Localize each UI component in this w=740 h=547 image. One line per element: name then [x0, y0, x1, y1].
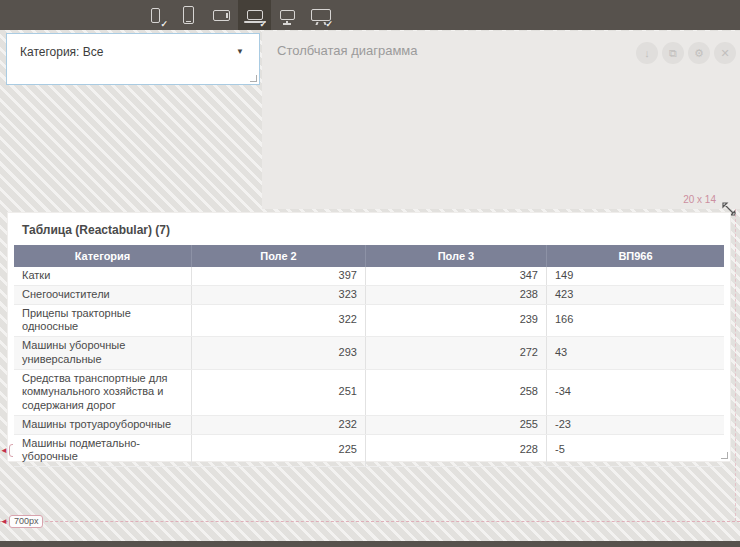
column-header[interactable]: Поле 2	[192, 245, 366, 267]
clipped-ruler-badge: ◄	[0, 444, 13, 457]
value-cell: 397	[192, 267, 366, 285]
vertical-guide-line	[735, 209, 736, 521]
check-icon: ✓	[325, 20, 333, 29]
value-cell: -34	[546, 369, 724, 415]
monitor-icon	[280, 10, 295, 20]
chart-title: Столбчатая диаграмма	[277, 43, 418, 58]
device-tablet-button[interactable]	[205, 0, 238, 30]
value-cell: 238	[365, 285, 546, 304]
value-cell: 293	[192, 337, 366, 370]
data-table: КатегорияПоле 2Поле 3ВП966 Катки39734714…	[14, 245, 724, 467]
copy-button[interactable]: ⧉	[662, 42, 684, 64]
download-button[interactable]: ↓	[636, 42, 658, 64]
value-cell: 251	[192, 369, 366, 415]
category-filter-value: Категория: Все	[20, 45, 103, 59]
table-title: Таблица (Reactabular) (7)	[22, 223, 170, 237]
value-cell: 149	[546, 267, 724, 285]
dashboard-canvas: ✓ ✓ ✓ Категория: Все ▼ Столбчатая диагра…	[0, 0, 740, 547]
category-cell: Катки	[14, 267, 192, 285]
column-header[interactable]: ВП966	[546, 245, 724, 267]
width-ruler-label: 700px	[9, 515, 44, 528]
width-ruler-badge: ◄ 700px	[0, 515, 43, 528]
device-toolbar: ✓ ✓ ✓	[0, 0, 740, 30]
value-cell: 347	[365, 267, 546, 285]
table-row: Снегоочистители323238423	[14, 285, 724, 304]
value-cell: 258	[365, 369, 546, 415]
value-cell: 225	[192, 434, 366, 467]
value-cell: -23	[546, 415, 724, 434]
chart-action-buttons: ↓ ⧉ ⚙ ✕	[636, 42, 736, 64]
download-icon: ↓	[644, 47, 650, 59]
value-cell: -5	[546, 434, 724, 467]
category-cell: Снегоочистители	[14, 285, 192, 304]
value-cell: 322	[192, 304, 366, 337]
device-phone-button[interactable]	[172, 0, 205, 30]
resize-grip-icon[interactable]	[721, 452, 728, 459]
value-cell: 232	[192, 415, 366, 434]
table-row: Машины уборочные универсальные29327243	[14, 337, 724, 370]
value-cell: 323	[192, 285, 366, 304]
table-header: КатегорияПоле 2Поле 3ВП966	[14, 245, 724, 267]
table-row: Машины тротуароуборочные232255-23	[14, 415, 724, 434]
gear-icon: ⚙	[694, 47, 704, 60]
table-row: Машины подметально-уборочные225228-5	[14, 434, 724, 467]
category-cell: Машины тротуароуборочные	[14, 415, 192, 434]
copy-icon: ⧉	[669, 47, 677, 60]
value-cell: 272	[365, 337, 546, 370]
value-cell: 239	[365, 304, 546, 337]
close-button[interactable]: ✕	[714, 42, 736, 64]
bottom-bar	[0, 541, 740, 547]
category-cell: Средства транспортные для коммунального …	[14, 369, 192, 415]
check-icon: ✓	[160, 20, 168, 29]
device-phone-small-button[interactable]: ✓	[139, 0, 172, 30]
width-guide-line	[0, 521, 740, 522]
phone-icon	[183, 6, 194, 24]
close-icon: ✕	[720, 47, 729, 60]
category-cell: Прицепы тракторные одноосные	[14, 304, 192, 337]
value-cell: 423	[546, 285, 724, 304]
value-cell: 228	[365, 434, 546, 467]
resize-grip-icon[interactable]	[250, 75, 257, 82]
table-row: Прицепы тракторные одноосные322239166	[14, 304, 724, 337]
settings-button[interactable]: ⚙	[688, 42, 710, 64]
ruler-marker-icon: ◄	[0, 447, 8, 455]
device-widescreen-button[interactable]: ✓	[304, 0, 337, 30]
device-laptop-button[interactable]: ✓	[238, 0, 271, 30]
category-cell: Машины уборочные универсальные	[14, 337, 192, 370]
phone-small-icon	[151, 8, 160, 23]
chevron-down-icon[interactable]: ▼	[236, 47, 244, 56]
category-filter-widget[interactable]: Категория: Все ▼	[6, 33, 260, 85]
value-cell: 43	[546, 337, 724, 370]
column-header[interactable]: Поле 3	[365, 245, 546, 267]
widget-size-label: 20 x 14	[683, 194, 716, 205]
clipped-ruler-label	[9, 444, 13, 457]
value-cell: 166	[546, 304, 724, 337]
table-widget[interactable]: Таблица (Reactabular) (7) КатегорияПоле …	[8, 213, 730, 461]
table-row: Средства транспортные для коммунального …	[14, 369, 724, 415]
column-header[interactable]: Категория	[14, 245, 192, 267]
ruler-marker-icon: ◄	[0, 518, 8, 526]
tablet-icon	[213, 10, 230, 21]
device-monitor-button[interactable]	[271, 0, 304, 30]
check-icon: ✓	[259, 20, 267, 29]
table-row: Катки397347149	[14, 267, 724, 285]
category-cell: Машины подметально-уборочные	[14, 434, 192, 467]
bar-chart-widget[interactable]: Столбчатая диаграмма ↓ ⧉ ⚙ ✕ 20 x 14	[262, 31, 740, 209]
value-cell: 255	[365, 415, 546, 434]
